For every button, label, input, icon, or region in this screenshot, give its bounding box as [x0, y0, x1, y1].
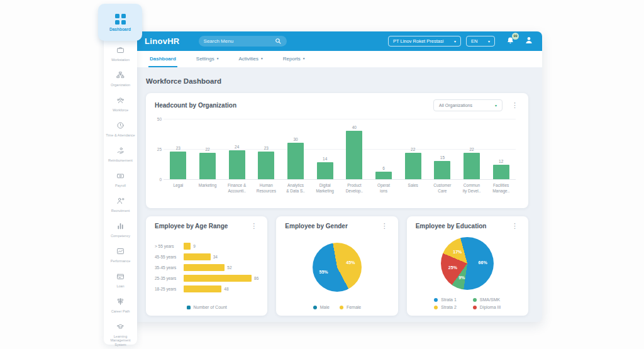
legend-label: Number of Count — [194, 305, 227, 309]
bar-column: 6 — [369, 166, 399, 179]
bar[interactable] — [199, 153, 216, 179]
headcount-bar-chart: 50250 23222423301440622152212 — [146, 114, 528, 179]
chevron-down-icon: ▾ — [217, 57, 219, 60]
y-tick-label: 50 — [157, 117, 162, 121]
bar-column: 23 — [164, 146, 193, 179]
language-selector-value: EN — [471, 38, 482, 44]
legend-label: SMA/SMK — [480, 297, 500, 302]
sidebar-item-workforce[interactable]: Workforce — [104, 96, 137, 118]
line-chart-icon — [116, 247, 125, 258]
sidebar-item-dashboard[interactable]: Dashboard — [98, 4, 142, 41]
tab-label: Activities — [238, 56, 258, 62]
bar[interactable] — [184, 264, 225, 271]
search-input[interactable] — [204, 38, 275, 44]
legend-item[interactable]: Number of Count — [187, 305, 227, 309]
bar-value-label: 23 — [264, 146, 269, 150]
tab-activities[interactable]: Activities▾ — [237, 51, 264, 67]
bar[interactable] — [184, 243, 191, 250]
bar-column: 22 — [457, 147, 487, 179]
bar[interactable] — [170, 152, 186, 179]
legend-swatch — [313, 306, 317, 309]
legend-item[interactable]: SMA/SMK — [473, 297, 500, 302]
sidebar-item-time-attendance[interactable]: Time & Attendance — [104, 121, 137, 143]
bar[interactable] — [434, 161, 450, 179]
bar[interactable] — [493, 165, 509, 179]
sidebar-item-loan[interactable]: Loan — [104, 272, 137, 294]
legend-label: Strata 1 — [441, 297, 457, 302]
top-bar: LinovHR PT Linov Roket Prestasi ▾ EN ▾ 9… — [132, 31, 542, 51]
age-bar-row: 35-45 years52 — [155, 264, 258, 271]
language-selector[interactable]: EN ▾ — [466, 36, 495, 47]
sidebar-item-label: Career Path — [110, 309, 131, 313]
tab-reports[interactable]: Reports▾ — [282, 51, 306, 67]
sidebar-item-label: Recruitment — [110, 209, 131, 213]
card-menu-button[interactable]: ⋮ — [249, 223, 258, 230]
bar-value-label: 14 — [323, 157, 327, 161]
legend-item[interactable]: Diploma III — [473, 305, 501, 309]
clock-icon — [116, 121, 125, 132]
headcount-card-title: Headcount by Organization — [155, 102, 433, 109]
app-window: LinovHR PT Linov Roket Prestasi ▾ EN ▾ 9… — [132, 31, 542, 322]
y-axis: 50250 — [153, 119, 164, 179]
bar[interactable] — [184, 253, 211, 260]
legend-item[interactable]: Female — [340, 305, 361, 309]
search-icon[interactable] — [275, 36, 282, 47]
search-box[interactable] — [199, 36, 287, 47]
pie-slice-label: 9% — [458, 275, 465, 280]
sidebar-item-payroll[interactable]: Payroll — [104, 171, 137, 194]
sidebar-item-competency[interactable]: Competency — [104, 221, 137, 244]
bar[interactable] — [184, 285, 221, 292]
chevron-down-icon: ▾ — [488, 39, 490, 43]
chevron-down-icon: ▾ — [303, 57, 305, 60]
bar[interactable] — [258, 152, 274, 179]
tab-settings[interactable]: Settings▾ — [195, 51, 220, 67]
sidebar-item-workstation[interactable]: Workstation — [104, 45, 137, 68]
sidebar-item-career-path[interactable]: Career Path — [104, 297, 137, 319]
x-tick-label: Operations — [369, 182, 399, 194]
bar[interactable] — [375, 172, 392, 179]
x-tick-label: Legal — [164, 182, 193, 194]
education-pie-chart: 66%9%25%17% — [441, 237, 494, 290]
tab-dashboard[interactable]: Dashboard — [148, 51, 177, 67]
organization-filter-select[interactable]: All Organizations ▾ — [433, 99, 502, 111]
organization-filter-value: All Organizations — [439, 103, 472, 108]
y-tick-label: 25 — [157, 147, 162, 152]
bar-column: 40 — [340, 125, 369, 179]
age-bar-label: 35-45 years — [155, 265, 184, 270]
user-menu-button[interactable] — [525, 36, 533, 47]
legend-swatch — [434, 298, 438, 302]
sidebar-item-reimbursement[interactable]: Reimbursement — [104, 146, 137, 169]
card-menu-button[interactable]: ⋮ — [510, 223, 519, 230]
bar[interactable] — [287, 143, 304, 179]
bar-value-label: 52 — [227, 265, 231, 270]
legend-item[interactable]: Strata 1 — [434, 297, 457, 302]
sidebar-item-recruitment[interactable]: Recruitment — [104, 196, 137, 219]
legend-item[interactable]: Male — [313, 305, 330, 309]
hand-coin-icon — [116, 146, 125, 157]
tab-label: Reports — [283, 56, 301, 62]
content-area: Workforce Dashboard Headcount by Organiz… — [132, 67, 542, 316]
legend-swatch — [187, 306, 191, 309]
sidebar-item-organization[interactable]: Organization — [104, 70, 137, 93]
bar[interactable] — [464, 153, 480, 179]
card-menu-button[interactable]: ⋮ — [510, 102, 519, 109]
bar-column: 23 — [252, 146, 281, 179]
bar[interactable] — [317, 162, 333, 179]
sidebar-item-learning-management-system[interactable]: Learning Management System — [104, 322, 137, 345]
sidebar-item-label: Workforce — [111, 108, 130, 112]
notifications-button[interactable]: 99 — [506, 36, 514, 47]
bar[interactable] — [405, 153, 421, 179]
age-range-bar-chart: > 55 years945-55 years3435-45 years5225-… — [146, 232, 267, 302]
bar[interactable] — [346, 131, 362, 179]
legend-item[interactable]: Strata 2 — [434, 305, 457, 309]
organization-selector[interactable]: PT Linov Roket Prestasi ▾ — [388, 36, 461, 47]
bar[interactable] — [229, 150, 245, 179]
chevron-down-icon: ▾ — [454, 39, 456, 43]
sidebar-item-performance[interactable]: Performance — [104, 247, 137, 269]
headcount-card: Headcount by Organization All Organizati… — [146, 93, 528, 208]
card-menu-button[interactable]: ⋮ — [380, 223, 389, 230]
sidebar-item-label: Dashboard — [109, 27, 131, 31]
bar-value-label: 22 — [469, 147, 474, 152]
bar[interactable] — [184, 275, 252, 282]
x-tick-label: HumanResources — [252, 182, 281, 194]
